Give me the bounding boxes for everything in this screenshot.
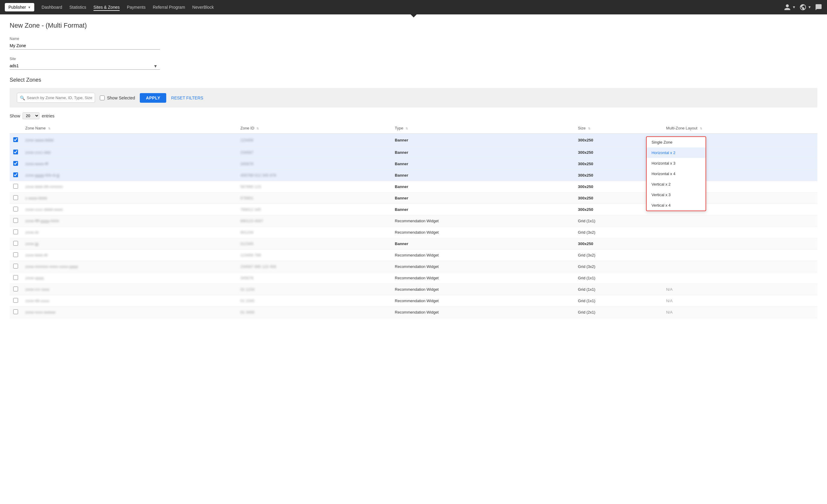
search-icon: 🔍 xyxy=(20,96,25,100)
layout-cell[interactable] xyxy=(663,215,817,227)
col-header-size[interactable]: Size ⇅ xyxy=(575,123,663,134)
nav-link-payments[interactable]: Payments xyxy=(127,4,146,11)
row-checkbox[interactable] xyxy=(13,264,18,269)
zone-id-cell: 01 3456 xyxy=(237,307,391,318)
search-input[interactable] xyxy=(17,93,95,103)
row-checkbox[interactable] xyxy=(13,207,18,212)
row-checkbox[interactable] xyxy=(13,184,18,189)
nav-link-referral[interactable]: Referral Program xyxy=(153,4,185,11)
zone-id-cell: 123456 xyxy=(237,134,391,147)
row-checkbox-cell[interactable] xyxy=(10,261,21,272)
zone-id-cell: 01 2345 xyxy=(237,295,391,307)
zone-name-cell: zone-eeee-fff xyxy=(21,158,237,170)
layout-option-single[interactable]: Single Zone xyxy=(647,137,706,148)
layout-cell[interactable] xyxy=(663,261,817,272)
chat-icon[interactable] xyxy=(815,4,822,11)
globe-icon[interactable]: ▼ xyxy=(799,4,811,11)
row-checkbox[interactable] xyxy=(13,310,18,314)
type-cell: Banner xyxy=(391,134,574,147)
layout-cell[interactable] xyxy=(663,272,817,284)
layout-cell[interactable] xyxy=(663,238,817,249)
layout-cell[interactable]: Horizontal x 2 ▼ Single Zone Horizontal … xyxy=(663,134,817,147)
show-selected-checkbox[interactable] xyxy=(100,96,105,100)
row-checkbox[interactable] xyxy=(13,218,18,223)
zone-name-text: zone-cccc-ddd xyxy=(25,150,51,155)
row-checkbox[interactable] xyxy=(13,150,18,154)
row-checkbox-cell[interactable] xyxy=(10,215,21,227)
layout-cell[interactable] xyxy=(663,227,817,238)
zone-name-cell: zone-aaaa-bbbb xyxy=(21,134,237,147)
layout-cell[interactable]: N/A xyxy=(663,307,817,318)
name-input[interactable] xyxy=(10,42,160,50)
row-checkbox-cell[interactable] xyxy=(10,147,21,158)
layout-na-text: N/A xyxy=(666,287,673,292)
site-select[interactable]: ads1 xyxy=(10,62,160,70)
row-checkbox[interactable] xyxy=(13,161,18,166)
row-checkbox-cell[interactable] xyxy=(10,227,21,238)
row-checkbox-cell[interactable] xyxy=(10,238,21,249)
layout-option-horiz-4[interactable]: Horizontal x 4 xyxy=(647,168,706,179)
user-icon[interactable]: ▼ xyxy=(784,4,796,11)
row-checkbox-cell[interactable] xyxy=(10,295,21,307)
layout-option-vert-3[interactable]: Vertical x 3 xyxy=(647,189,706,200)
layout-options-popup[interactable]: Single Zone Horizontal x 2 Horizontal x … xyxy=(646,136,706,211)
row-checkbox[interactable] xyxy=(13,287,18,291)
layout-option-horiz-2[interactable]: Horizontal x 2 xyxy=(647,148,706,158)
publisher-button[interactable]: Publisher ▼ xyxy=(5,3,34,11)
reset-filters-button[interactable]: RESET FILTERS xyxy=(171,96,203,100)
name-section: Name xyxy=(10,37,817,50)
row-checkbox[interactable] xyxy=(13,275,18,280)
zone-name-cell: zone-cccc-dddd-eeee xyxy=(21,204,237,215)
show-selected-label[interactable]: Show Selected xyxy=(100,96,135,100)
type-text: Banner xyxy=(395,173,408,177)
entries-select[interactable]: 20 50 100 xyxy=(22,112,39,119)
zone-name-sort-icon: ⇅ xyxy=(48,127,50,130)
layout-dropdown-trigger[interactable]: Horizontal x 2 ▼ Single Zone Horizontal … xyxy=(666,136,700,144)
row-checkbox-cell[interactable] xyxy=(10,272,21,284)
zone-name-cell: zone-gggg-hhh-iii-jjj xyxy=(21,170,237,181)
col-header-type[interactable]: Type ⇅ xyxy=(391,123,574,134)
layout-cell[interactable]: N/A xyxy=(663,295,817,307)
row-checkbox-cell[interactable] xyxy=(10,134,21,147)
zone-id-text: 01 3456 xyxy=(241,310,255,315)
row-checkbox[interactable] xyxy=(13,229,18,234)
apply-button[interactable]: APPLY xyxy=(140,93,166,103)
layout-cell[interactable] xyxy=(663,249,817,261)
row-checkbox[interactable] xyxy=(13,195,18,200)
layout-sort-icon: ⇅ xyxy=(700,127,702,130)
table-row: zone-aaaa-bbbb123456Banner300x250 Horizo… xyxy=(10,134,817,147)
row-checkbox-cell[interactable] xyxy=(10,204,21,215)
table-row: zone-vvvv-wwww01 3456Recommendation Widg… xyxy=(10,307,817,318)
row-checkbox[interactable] xyxy=(13,252,18,257)
row-checkbox-cell[interactable] xyxy=(10,284,21,295)
row-checkbox-cell[interactable] xyxy=(10,158,21,170)
col-header-layout[interactable]: Multi-Zone Layout ⇅ xyxy=(663,123,817,134)
type-cell: Banner xyxy=(391,238,574,249)
row-checkbox-cell[interactable] xyxy=(10,307,21,318)
layout-option-vert-4[interactable]: Vertical x 4 xyxy=(647,200,706,211)
nav-link-neverblock[interactable]: NeverBlock xyxy=(192,4,214,11)
layout-option-vert-2[interactable]: Vertical x 2 xyxy=(647,179,706,189)
layout-cell[interactable]: N/A xyxy=(663,284,817,295)
nav-link-statistics[interactable]: Statistics xyxy=(69,4,86,11)
row-checkbox[interactable] xyxy=(13,298,18,303)
nav-link-sites-zones[interactable]: Sites & Zones xyxy=(94,4,119,11)
type-cell: Banner xyxy=(391,158,574,170)
row-checkbox-cell[interactable] xyxy=(10,249,21,261)
zone-id-cell: 345678 xyxy=(237,272,391,284)
layout-option-horiz-3[interactable]: Horizontal x 3 xyxy=(647,158,706,168)
row-checkbox-cell[interactable] xyxy=(10,192,21,204)
row-checkbox-cell[interactable] xyxy=(10,170,21,181)
size-text: Grid (1x1) xyxy=(578,219,595,223)
row-checkbox[interactable] xyxy=(13,241,18,246)
row-checkbox[interactable] xyxy=(13,137,18,142)
user-chevron-icon: ▼ xyxy=(792,5,796,9)
col-header-zone-name[interactable]: Zone Name ⇅ xyxy=(21,123,237,134)
table-header-row: Zone Name ⇅ Zone ID ⇅ Type ⇅ Size ⇅ xyxy=(10,123,817,134)
row-checkbox-cell[interactable] xyxy=(10,181,21,192)
col-header-zone-id[interactable]: Zone ID ⇅ xyxy=(237,123,391,134)
nav-link-dashboard[interactable]: Dashboard xyxy=(42,4,62,11)
zone-name-cell: zone-mmmm-nnnn-oooo-pppp xyxy=(21,261,237,272)
zone-id-text: 456789 012 345 678 xyxy=(241,173,276,177)
row-checkbox[interactable] xyxy=(13,172,18,177)
